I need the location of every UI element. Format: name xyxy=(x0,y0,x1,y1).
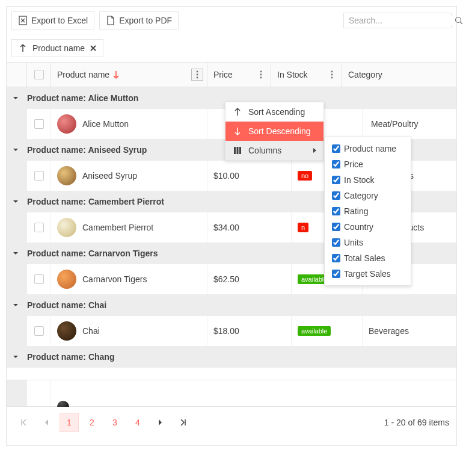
column-checkbox[interactable] xyxy=(332,207,340,215)
chevron-right-icon xyxy=(313,147,317,153)
product-name: Alice Mutton xyxy=(82,119,129,129)
collapse-icon xyxy=(13,199,21,205)
group-row[interactable]: Product name: Chai xyxy=(7,294,456,316)
group-title: Product name: Alice Mutton xyxy=(27,93,138,103)
column-option[interactable]: Units xyxy=(325,235,411,250)
collapse-icon xyxy=(13,354,21,360)
pager-page-2[interactable]: 2 xyxy=(82,413,102,432)
pager-next[interactable] xyxy=(151,413,170,432)
pager-page-3[interactable]: 3 xyxy=(105,413,124,432)
product-price: $34.00 xyxy=(213,223,239,232)
pager-prev[interactable] xyxy=(37,413,56,432)
search-wrap[interactable] xyxy=(343,13,452,28)
column-option[interactable]: Category xyxy=(325,188,411,203)
status-badge: available xyxy=(298,326,331,336)
export-excel-label: Export to Excel xyxy=(31,16,88,25)
header-checkbox-col xyxy=(27,63,51,87)
column-option[interactable]: Country xyxy=(325,219,411,235)
product-name: Carnarvon Tigers xyxy=(82,274,147,284)
column-option-label: In Stock xyxy=(344,175,375,185)
columns-submenu-item[interactable]: Columns xyxy=(225,141,323,160)
columns-submenu-popup: Product name Price In Stock Category Rat… xyxy=(324,137,411,286)
column-menu-popup: Sort Ascending Sort Descending Columns xyxy=(225,102,324,161)
sort-desc-icon xyxy=(113,70,119,79)
svg-line-2 xyxy=(461,22,463,25)
export-pdf-button[interactable]: Export to PDF xyxy=(99,11,179,29)
close-icon[interactable] xyxy=(90,45,97,52)
product-name: Chai xyxy=(82,326,100,336)
column-option[interactable]: Price xyxy=(325,156,411,172)
search-icon xyxy=(454,16,463,25)
toolbar: Export to Excel Export to PDF xyxy=(7,7,456,34)
row-checkbox[interactable] xyxy=(34,171,44,181)
header-price[interactable]: Price xyxy=(207,63,271,87)
status-badge: n xyxy=(298,223,308,232)
product-image xyxy=(57,218,76,237)
group-chip-product-name[interactable]: Product name xyxy=(11,39,103,57)
group-title: Product name: Chai xyxy=(27,300,106,310)
search-input[interactable] xyxy=(349,16,454,25)
product-category: Meat/Poultry xyxy=(371,119,419,129)
pager-page-1[interactable]: 1 xyxy=(60,413,79,432)
sort-asc-icon xyxy=(233,108,242,116)
svg-point-9 xyxy=(331,71,333,73)
column-option[interactable]: Total Sales xyxy=(325,250,411,266)
column-option-label: Category xyxy=(344,191,378,200)
row-checkbox[interactable] xyxy=(34,274,44,284)
svg-point-4 xyxy=(197,74,198,76)
svg-point-6 xyxy=(260,71,262,73)
sort-descending-item[interactable]: Sort Descending xyxy=(225,122,323,141)
product-image xyxy=(57,114,76,134)
product-image xyxy=(57,166,76,185)
svg-point-7 xyxy=(260,74,262,76)
column-checkbox[interactable] xyxy=(332,191,340,200)
column-menu-trigger-price[interactable] xyxy=(255,69,267,81)
pager-last[interactable] xyxy=(174,413,193,432)
sort-desc-icon xyxy=(233,127,242,135)
column-option[interactable]: Target Sales xyxy=(325,266,411,282)
column-checkbox[interactable] xyxy=(332,270,340,278)
product-price: $62.50 xyxy=(213,274,239,284)
header-category[interactable]: Category xyxy=(342,63,456,87)
collapse-icon xyxy=(13,302,21,308)
product-price: $18.00 xyxy=(213,326,239,336)
product-name: Aniseed Syrup xyxy=(82,171,137,181)
column-menu-trigger-stock[interactable] xyxy=(326,69,338,81)
header-product-name[interactable]: Product name xyxy=(51,63,207,87)
export-excel-button[interactable]: Export to Excel xyxy=(11,11,94,29)
collapse-icon xyxy=(13,95,21,101)
column-menu-trigger-name[interactable] xyxy=(191,69,203,81)
grid-header: Product name Price In Stock xyxy=(7,62,456,87)
row-checkbox[interactable] xyxy=(34,326,44,336)
product-category: Beverages xyxy=(369,326,409,336)
header-category-label: Category xyxy=(348,70,382,79)
column-option[interactable]: In Stock xyxy=(325,172,411,188)
group-row[interactable]: Product name: Chang xyxy=(7,346,456,368)
collapse-icon xyxy=(13,147,21,153)
header-in-stock[interactable]: In Stock xyxy=(271,63,342,87)
product-price: $10.00 xyxy=(213,171,239,181)
product-name: Camembert Pierrot xyxy=(82,223,153,232)
row-checkbox[interactable] xyxy=(34,223,44,232)
collapse-icon xyxy=(13,250,21,256)
group-chip-label: Product name xyxy=(32,43,85,53)
select-all-checkbox[interactable] xyxy=(34,70,44,79)
pager-page-4[interactable]: 4 xyxy=(128,413,147,432)
column-checkbox[interactable] xyxy=(332,144,340,153)
column-checkbox[interactable] xyxy=(332,238,340,247)
column-checkbox[interactable] xyxy=(332,160,340,168)
pager-first[interactable] xyxy=(14,413,33,432)
column-option[interactable]: Rating xyxy=(325,203,411,219)
column-option-label: Product name xyxy=(344,144,396,153)
sort-asc-icon xyxy=(18,43,28,53)
row-checkbox[interactable] xyxy=(34,119,44,129)
group-title: Product name: Chang xyxy=(27,352,114,362)
column-checkbox[interactable] xyxy=(332,176,340,184)
column-option[interactable]: Product name xyxy=(325,141,411,156)
column-checkbox[interactable] xyxy=(332,254,340,262)
export-pdf-label: Export to PDF xyxy=(119,16,172,25)
column-checkbox[interactable] xyxy=(332,223,340,231)
svg-point-5 xyxy=(197,77,198,79)
column-option-label: Units xyxy=(344,238,363,247)
sort-ascending-item[interactable]: Sort Ascending xyxy=(225,102,323,122)
